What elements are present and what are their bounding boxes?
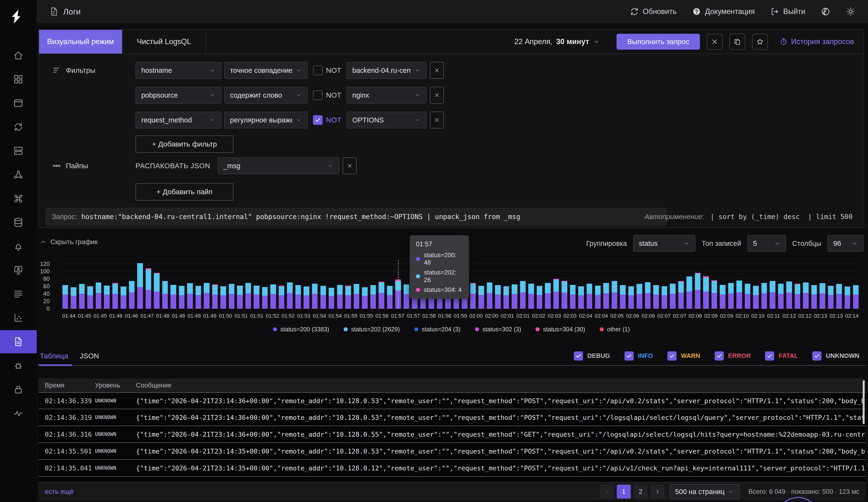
bar-89[interactable]	[802, 260, 810, 309]
bar-2[interactable]	[78, 260, 86, 309]
remove-filter-button[interactable]	[430, 87, 444, 104]
bar-13[interactable]	[169, 260, 178, 309]
not-checkbox[interactable]	[313, 90, 323, 100]
sidebar-item-logs[interactable]	[0, 330, 37, 353]
bar-30[interactable]	[311, 260, 319, 309]
bar-11[interactable]	[153, 260, 161, 309]
top-records-select[interactable]: 5	[747, 235, 786, 252]
bar-41[interactable]	[402, 260, 411, 309]
page-button-2[interactable]: 2	[634, 485, 648, 499]
level-filter-debug[interactable]: DEBUG	[574, 352, 610, 360]
bar-39[interactable]	[385, 260, 394, 309]
bar-68[interactable]	[627, 260, 635, 309]
vertical-scrollbar[interactable]	[863, 380, 865, 424]
level-filter-unknown[interactable]: UNKNOWN	[812, 352, 859, 360]
bar-76[interactable]	[693, 260, 702, 309]
bar-77[interactable]	[702, 260, 710, 309]
filter-field-select[interactable]: hostname	[135, 62, 221, 79]
add-pipe-button[interactable]: + Добавить пайп	[135, 183, 234, 200]
bar-61[interactable]	[569, 260, 577, 309]
sidebar-item-bug[interactable]	[0, 354, 37, 377]
bar-69[interactable]	[635, 260, 644, 309]
bar-79[interactable]	[719, 260, 727, 309]
bar-18[interactable]	[211, 260, 219, 309]
bar-19[interactable]	[219, 260, 228, 309]
bar-73[interactable]	[669, 260, 677, 309]
bar-14[interactable]	[177, 260, 186, 309]
tab-pure-logsql[interactable]: Чистый LogsQL	[123, 30, 206, 53]
page-size-select[interactable]: 500 на странице	[669, 484, 740, 499]
sidebar-item-apps[interactable]	[0, 68, 37, 91]
level-filter-fatal[interactable]: FATAL	[765, 352, 798, 360]
pipe-field-select[interactable]: _msg	[217, 157, 339, 174]
bar-66[interactable]	[610, 260, 619, 309]
logout-button[interactable]: Выйти	[770, 7, 805, 16]
not-checkbox[interactable]	[313, 115, 323, 125]
bar-26[interactable]	[277, 260, 286, 309]
filter-operator-select[interactable]: точное совпадение	[224, 62, 308, 79]
sidebar-item-bell[interactable]	[0, 235, 37, 258]
sidebar-item-stack[interactable]	[0, 282, 37, 306]
bar-17[interactable]	[203, 260, 211, 309]
bar-81[interactable]	[735, 260, 744, 309]
bar-21[interactable]	[236, 260, 244, 309]
bar-7[interactable]	[119, 260, 128, 309]
bar-15[interactable]	[186, 260, 194, 309]
tab-json[interactable]: JSON	[80, 347, 99, 365]
bar-60[interactable]	[560, 260, 569, 309]
tab-table[interactable]: Таблица	[40, 347, 68, 365]
bar-63[interactable]	[585, 260, 593, 309]
prev-page-button[interactable]	[600, 485, 614, 499]
bar-51[interactable]	[485, 260, 494, 309]
level-filter-info[interactable]: INFO	[624, 352, 653, 360]
remove-pipe-button[interactable]	[343, 157, 356, 174]
bar-52[interactable]	[494, 260, 502, 309]
table-row[interactable]: 02:14:36.319UNKNOWN{"time":"2026-04-21T2…	[39, 409, 866, 426]
legend-item[interactable]: other (1)	[600, 326, 630, 333]
legend-item[interactable]: status=202 (2629)	[343, 326, 400, 333]
bar-92[interactable]	[827, 260, 835, 309]
bar-49[interactable]	[469, 260, 477, 309]
table-row[interactable]: 02:14:35.041UNKNOWN{"time":"2026-04-21T2…	[39, 460, 866, 477]
bar-10[interactable]	[144, 260, 153, 309]
bar-64[interactable]	[593, 260, 602, 309]
bar-6[interactable]	[111, 260, 119, 309]
bar-9[interactable]	[136, 260, 144, 309]
bar-37[interactable]	[369, 260, 378, 309]
not-checkbox[interactable]	[313, 65, 323, 75]
bar-27[interactable]	[286, 260, 294, 309]
bar-86[interactable]	[777, 260, 785, 309]
bar-50[interactable]	[477, 260, 486, 309]
bar-95[interactable]	[851, 260, 860, 309]
bar-24[interactable]	[261, 260, 269, 309]
level-filter-error[interactable]: ERROR	[715, 352, 751, 360]
bar-85[interactable]	[768, 260, 777, 309]
bar-29[interactable]	[302, 260, 311, 309]
language-globe-button[interactable]	[821, 7, 830, 17]
bar-74[interactable]	[677, 260, 685, 309]
copy-query-button[interactable]	[730, 34, 745, 50]
sidebar-item-command[interactable]	[0, 187, 37, 210]
bar-38[interactable]	[378, 260, 386, 309]
bar-56[interactable]	[527, 260, 536, 309]
bar-23[interactable]	[252, 260, 261, 309]
bar-0[interactable]	[61, 260, 70, 309]
bar-28[interactable]	[294, 260, 302, 309]
bar-34[interactable]	[344, 260, 352, 309]
sidebar-item-cluster[interactable]	[0, 163, 37, 186]
filter-operator-select[interactable]: регулярное выражени	[224, 112, 308, 128]
bar-57[interactable]	[535, 260, 544, 309]
bar-5[interactable]	[103, 260, 111, 309]
run-query-button[interactable]: Выполнить запрос	[617, 34, 700, 50]
bar-80[interactable]	[727, 260, 735, 309]
table-row[interactable]: 02:14:36.316UNKNOWN{"time":"2026-04-21T2…	[39, 426, 866, 443]
bar-75[interactable]	[685, 260, 694, 309]
grouping-select[interactable]: status	[633, 235, 695, 252]
legend-item[interactable]: status=302 (3)	[475, 326, 521, 333]
bar-16[interactable]	[194, 260, 203, 309]
bar-67[interactable]	[619, 260, 627, 309]
bar-59[interactable]	[552, 260, 560, 309]
sidebar-item-lock[interactable]	[0, 378, 37, 401]
bar-32[interactable]	[328, 260, 336, 309]
add-filter-button[interactable]: + Добавить фильтр	[135, 135, 234, 153]
